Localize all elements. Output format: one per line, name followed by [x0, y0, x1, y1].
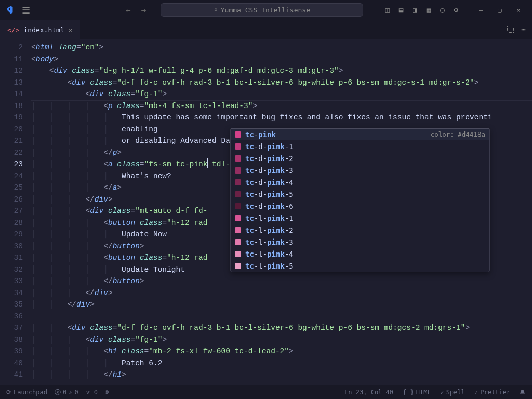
layout-right-icon[interactable]: ◨ [409, 4, 420, 16]
title-icons: ◫ ⬓ ◨ ▦ ◯ ⚙ — ▢ ✕ [382, 2, 528, 18]
cursor-position[interactable]: Ln 23, Col 40 [344, 389, 393, 396]
suggest-item[interactable]: tc-l-pink-4 [231, 248, 489, 260]
command-center[interactable]: ⌕ Yumma CSS Intellisense [161, 3, 363, 17]
vscode-logo-icon [4, 5, 14, 15]
nav-forward-icon[interactable]: → [137, 3, 151, 17]
nav-arrows: ← → [122, 3, 150, 17]
suggest-item[interactable]: tc-l-pink-2 [231, 224, 489, 236]
tab-index-html[interactable]: </> index.html ✕ [0, 20, 80, 39]
layout-left-icon[interactable]: ◫ [382, 4, 392, 16]
feedback-icon[interactable]: ☺ [105, 389, 109, 396]
suggest-item[interactable]: tc-d-pink-3 [231, 164, 489, 176]
language-mode[interactable]: { } HTML [403, 389, 431, 396]
bell-icon[interactable]: 🔔︎ [520, 389, 526, 396]
statusbar: ⟳ Launchpad ⓧ 0 ⚠ 0 ᯤ 0 ☺ Ln 23, Col 40 … [0, 385, 532, 399]
maximize-icon[interactable]: ▢ [490, 2, 509, 18]
suggest-item[interactable]: tc-d-pink-5 [231, 188, 489, 200]
account-icon[interactable]: ◯ [437, 4, 447, 16]
tabbar: </> index.html ✕ ⿻ ⋯ [0, 20, 532, 39]
html-file-icon: </> [7, 26, 19, 34]
tab-close-icon[interactable]: ✕ [69, 26, 73, 34]
suggest-item[interactable]: tc-d-pink-1 [231, 140, 489, 152]
gutter: 2111213141819202122232425262728293031323… [0, 39, 31, 385]
titlebar: ☰ ← → ⌕ Yumma CSS Intellisense ◫ ⬓ ◨ ▦ ◯… [0, 0, 532, 20]
tab-label: index.html [23, 26, 64, 34]
menu-icon[interactable]: ☰ [18, 3, 34, 18]
suggest-item[interactable]: tc-d-pink-6 [231, 200, 489, 212]
command-center-text: Yumma CSS Intellisense [221, 6, 310, 14]
layout-bottom-icon[interactable]: ⬓ [396, 4, 406, 16]
suggest-item[interactable]: tc-d-pink-4 [231, 176, 489, 188]
launchpad-item[interactable]: ⟳ Launchpad [6, 389, 47, 396]
minimize-icon[interactable]: — [472, 2, 490, 18]
suggest-item[interactable]: tc-l-pink-5 [231, 260, 489, 272]
suggest-item[interactable]: tc-l-pink-1 [231, 212, 489, 224]
problems-item[interactable]: ⓧ 0 ⚠ 0 [55, 388, 78, 397]
split-editor-icon[interactable]: ⿻ [507, 25, 515, 34]
layout-grid-icon[interactable]: ▦ [423, 4, 434, 16]
prettier-item[interactable]: ✓ Prettier [474, 389, 510, 396]
suggest-widget[interactable]: tc-pinkcolor: #d4418atc-d-pink-1tc-d-pin… [230, 128, 490, 272]
spell-item[interactable]: ✓ Spell [441, 389, 465, 396]
search-icon: ⌕ [214, 6, 218, 14]
gear-icon[interactable]: ⚙ [451, 4, 461, 16]
nav-back-icon[interactable]: ← [122, 3, 135, 17]
more-icon[interactable]: ⋯ [521, 25, 526, 34]
ports-item[interactable]: ᯤ 0 [86, 389, 98, 396]
suggest-item[interactable]: tc-pinkcolor: #d4418a [231, 128, 489, 140]
close-icon[interactable]: ✕ [509, 2, 528, 18]
suggest-item[interactable]: tc-d-pink-2 [231, 152, 489, 164]
suggest-item[interactable]: tc-l-pink-3 [231, 236, 489, 248]
